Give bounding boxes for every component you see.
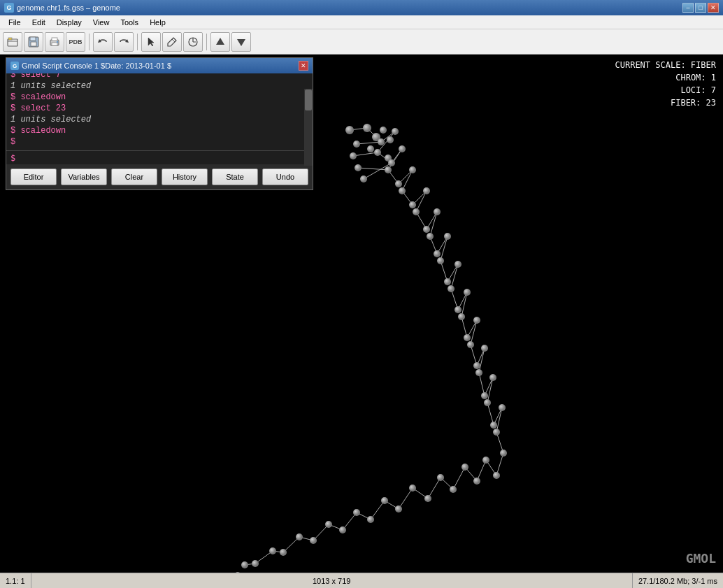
undo-button[interactable]: Undo (262, 168, 308, 185)
move-up-button[interactable] (210, 32, 230, 52)
svg-point-118 (481, 345, 488, 352)
svg-point-131 (450, 486, 457, 493)
svg-point-124 (499, 404, 506, 411)
hud-scale: CURRENT SCALE: FIBER (615, 59, 717, 71)
svg-point-87 (353, 141, 360, 148)
svg-point-100 (423, 187, 430, 194)
menu-view[interactable]: View (87, 15, 115, 29)
svg-point-144 (269, 547, 276, 554)
variables-button[interactable]: Variables (61, 168, 107, 185)
redo-button[interactable] (114, 32, 134, 52)
menu-display[interactable]: Display (51, 15, 87, 29)
svg-line-25 (402, 170, 413, 191)
hud-overlay: CURRENT SCALE: FIBER CHROM: 1 LOCI: 7 FI… (615, 59, 717, 109)
svg-point-102 (423, 226, 430, 233)
viewport[interactable]: CURRENT SCALE: FIBER CHROM: 1 LOCI: 7 FI… (0, 55, 723, 573)
console-close-button[interactable]: ✕ (299, 61, 308, 71)
menu-help[interactable]: Help (144, 15, 171, 29)
menu-bar: File Edit Display View Tools Help (0, 15, 723, 29)
menu-tools[interactable]: Tools (115, 15, 144, 29)
svg-rect-6 (52, 38, 57, 41)
minimize-button[interactable]: – (682, 3, 694, 13)
svg-point-79 (345, 126, 354, 134)
svg-point-137 (367, 516, 374, 523)
svg-point-98 (399, 187, 406, 194)
svg-line-37 (451, 264, 458, 289)
svg-point-145 (252, 560, 259, 567)
status-bar: 1.1: 1 1013 x 719 27.1/180.2 Mb; 3/-1 ms (0, 573, 723, 588)
menu-edit[interactable]: Edit (27, 15, 51, 29)
scrollbar-thumb[interactable] (305, 89, 312, 110)
svg-line-34 (441, 236, 448, 261)
open-button[interactable] (3, 32, 22, 52)
svg-point-83 (387, 136, 394, 143)
console-line-prompt: $ select 7 (10, 73, 308, 80)
svg-point-112 (464, 289, 471, 296)
select-button[interactable] (141, 32, 161, 52)
console-line-prompt: $ select 23 (10, 103, 308, 114)
svg-point-88 (374, 149, 381, 156)
hud-chrom: CHROM: 1 (615, 71, 717, 84)
svg-point-119 (475, 369, 482, 376)
svg-point-130 (461, 464, 468, 471)
close-button[interactable]: ✕ (708, 3, 719, 13)
svg-point-105 (434, 250, 441, 257)
history-button[interactable]: History (162, 168, 208, 185)
svg-point-94 (355, 164, 362, 171)
console-line-result: 1 units selected (10, 80, 308, 92)
maximize-button[interactable]: □ (695, 3, 706, 13)
svg-point-125 (493, 429, 500, 436)
save-button[interactable] (24, 32, 43, 52)
edit-tool-button[interactable] (162, 32, 182, 52)
window-title: genome.chr1.fs.gss – genome (17, 3, 120, 12)
svg-point-96 (409, 166, 416, 173)
console-title: Gmol Script Console 1 $Date: 2013-01-01 … (22, 62, 171, 70)
svg-point-114 (464, 334, 471, 341)
console-title-bar[interactable]: G Gmol Script Console 1 $Date: 2013-01-0… (6, 58, 313, 73)
svg-point-146 (241, 561, 248, 568)
console-scrollbar[interactable] (304, 89, 313, 166)
svg-point-101 (413, 208, 420, 215)
window-controls: – □ ✕ (682, 3, 719, 13)
print-button[interactable] (45, 32, 64, 52)
svg-point-115 (473, 317, 480, 324)
console-input[interactable] (18, 153, 308, 163)
svg-point-132 (437, 474, 444, 481)
svg-rect-3 (30, 37, 36, 41)
svg-line-54 (496, 453, 503, 475)
svg-point-143 (280, 549, 287, 556)
svg-point-141 (310, 537, 317, 544)
pdb-button[interactable]: PDB (66, 32, 85, 52)
svg-point-84 (392, 128, 399, 135)
undo-button[interactable] (93, 32, 113, 52)
svg-line-64 (371, 501, 385, 519)
app-icon: G (4, 3, 14, 13)
move-down-button[interactable] (231, 32, 251, 52)
measure-button[interactable] (183, 32, 203, 52)
svg-point-122 (484, 399, 491, 406)
svg-point-104 (427, 233, 434, 240)
editor-button[interactable]: Editor (10, 168, 57, 185)
svg-point-127 (493, 472, 500, 479)
svg-rect-4 (31, 42, 36, 46)
svg-point-97 (360, 175, 367, 182)
state-button[interactable]: State (212, 168, 258, 185)
menu-file[interactable]: File (3, 15, 27, 29)
script-console-window: G Gmol Script Console 1 $Date: 2013-01-0… (6, 57, 313, 190)
svg-point-110 (448, 285, 454, 292)
svg-point-142 (296, 533, 303, 540)
svg-point-120 (481, 392, 488, 399)
svg-point-123 (490, 422, 497, 429)
svg-point-116 (467, 341, 474, 348)
console-buttons: EditorVariablesClearHistoryStateUndo (6, 164, 313, 189)
svg-point-106 (444, 233, 451, 240)
svg-line-76 (353, 152, 378, 156)
svg-point-140 (325, 521, 332, 528)
hud-loci: LOCI: 7 (615, 84, 717, 96)
svg-point-113 (458, 313, 465, 320)
svg-point-133 (424, 495, 431, 502)
toolbar-separator-1 (89, 34, 90, 50)
svg-point-86 (367, 145, 374, 152)
svg-line-60 (428, 478, 441, 499)
clear-button[interactable]: Clear (111, 168, 157, 185)
